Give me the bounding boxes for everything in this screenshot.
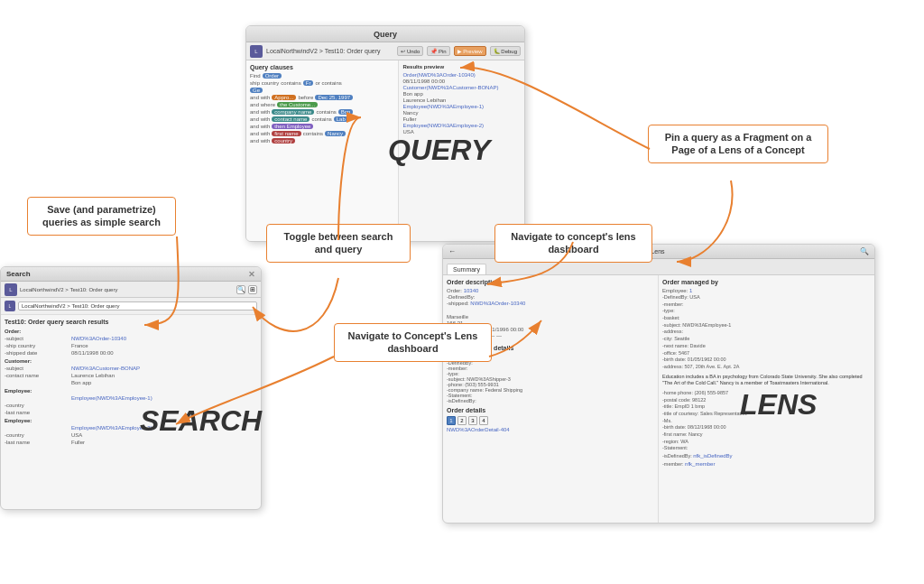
search-titlebar: Search ✕ xyxy=(1,267,261,282)
lens-marseille: Marseille xyxy=(447,314,654,320)
clause-date: and with Appro... before Dec 25, 1997 xyxy=(250,95,394,100)
lens-order-field: Order: 10340 xyxy=(447,288,654,293)
employee2-lastname-row: -last name Fuller xyxy=(5,440,257,445)
tag-firstname: first name xyxy=(272,131,300,136)
arrow-toggle-search xyxy=(253,278,338,331)
lens-defined-field: -DefinedBy: xyxy=(447,294,654,300)
employee1-row: Employee(NWD%3AEmployee-1) xyxy=(5,395,257,401)
result-7: Nancy xyxy=(402,110,521,116)
search-window: Search ✕ L LocalNorthwindV2 > Test10: Or… xyxy=(0,266,262,510)
result-2: 08/11/1998 00:00 xyxy=(402,79,521,84)
result-3: Customer(NWD%3ACustomer-BONAP) xyxy=(402,85,521,90)
annotation-navigate-lens1: Navigate to concept's lens dashboard xyxy=(494,224,652,263)
result-9: Employee(NWD%3AEmployee-2) xyxy=(402,123,521,128)
annotation-save-queries: Save (and parametrize) queries as simple… xyxy=(27,197,176,236)
clause-ship-country: ship country contains Fr or contains xyxy=(250,80,394,86)
clause-find: Find Order xyxy=(250,73,394,79)
lens-nav-controls: ← xyxy=(448,247,456,255)
annotation-navigate-lens2: Navigate to Concept's Lens dashboard xyxy=(334,323,492,362)
customer-company-row: Bon app xyxy=(5,380,257,385)
search-big-label: SEARCH xyxy=(140,404,262,438)
query-clauses-panel: Query clauses Find Order ship country co… xyxy=(246,60,399,241)
tag-bon: Bon xyxy=(338,109,354,115)
order-desc-title: Order description xyxy=(447,279,654,285)
lens-shipper-details: -DefinedBy: -member: -type: -subject: NW… xyxy=(447,360,654,403)
lens-search-icon[interactable]: 🔍 xyxy=(860,247,869,255)
tag-company: company name xyxy=(272,109,314,115)
tag-country: country xyxy=(272,138,295,144)
lens-employee-details: -DefinedBy: USA -member: -type: -basket:… xyxy=(662,294,871,371)
order-shippeddate-row: -shipped date 08/11/1998 00:00 xyxy=(5,350,257,356)
tag-ge: Ge xyxy=(250,88,263,93)
employee1-section: Employee: xyxy=(5,388,257,394)
spacer xyxy=(447,307,654,314)
order-section: Order: xyxy=(5,329,257,334)
result-6: Employee(NWD%3AEmployee-1) xyxy=(402,104,521,109)
tag-employee: then Employee xyxy=(272,124,313,129)
lens-left-panel: Order description Order: 10340 -DefinedB… xyxy=(443,275,659,523)
lens-pagination: 1 2 3 4 xyxy=(447,416,654,425)
app-logo: L xyxy=(250,45,263,58)
search-input-bar: L LocalNorthwindV2 > Test10: Order query xyxy=(1,298,261,315)
lens-bio: Education includes a BA in psychology fr… xyxy=(662,374,871,387)
clause-firstname: and with first name contains Nancy xyxy=(250,131,394,136)
lens-back-icon[interactable]: ← xyxy=(448,247,456,255)
lens-employee-field: Employee: 1 xyxy=(662,288,871,293)
order-subject-row: -subject NWD%3AOrder-10340 xyxy=(5,336,257,341)
tag-contact: contact name xyxy=(272,116,310,122)
search-toolbar: L LocalNorthwindV2 > Test10: Order query… xyxy=(1,282,261,298)
page-btn-3[interactable]: 3 xyxy=(468,416,477,425)
search-breadcrumb: LocalNorthwindV2 > Test10: Order query xyxy=(20,287,234,292)
customer-section: Customer: xyxy=(5,358,257,364)
result-4: Bon app xyxy=(402,91,521,97)
lens-order-detail-link: NWD%3AOrderDetail-404 xyxy=(447,427,654,432)
search-icon[interactable]: 🔍 xyxy=(236,285,245,294)
lens-shipped-field: -shipped: NWD%3AOrder-10340 xyxy=(447,301,654,306)
query-clauses-title: Query clauses xyxy=(250,64,394,70)
result-5: Laurence Lebihan xyxy=(402,97,521,103)
order-shipcountry-row: -ship country France xyxy=(5,343,257,348)
clause-company: and with company name contains Bon xyxy=(250,109,394,115)
debug-button[interactable]: 🐛 Debug xyxy=(490,46,521,56)
lens-big-label: LENS xyxy=(740,388,817,422)
grid-view-icon[interactable]: ⊞ xyxy=(248,285,257,294)
query-titlebar: Query xyxy=(246,26,524,42)
tag-nancy: Nancy xyxy=(325,131,346,136)
page-btn-4[interactable]: 4 xyxy=(479,416,488,425)
customer-contact-row: -contact name Laurence Lebihan xyxy=(5,373,257,378)
clause-employee: and with then Employee xyxy=(250,124,394,129)
query-big-label: QUERY xyxy=(388,134,490,167)
clause-ge: Ge xyxy=(250,88,394,93)
result-8: Fuller xyxy=(402,116,521,122)
tag-lab: Lab xyxy=(334,116,348,122)
order-details-title: Order details xyxy=(447,407,654,413)
lens-window: ← Lens 🔍 Summary Order description Order… xyxy=(442,244,875,524)
pin-button[interactable]: 📌 Pin xyxy=(427,46,449,56)
clause-contact: and with contact name contains Lab xyxy=(250,116,394,122)
search-logo: L xyxy=(5,283,17,296)
results-title: Results preview xyxy=(402,64,521,70)
search-input[interactable]: LocalNorthwindV2 > Test10: Order query xyxy=(18,301,257,311)
query-title: Query xyxy=(374,30,397,39)
search-title-text: Search xyxy=(6,270,31,278)
lens-title: Lens xyxy=(651,248,664,255)
clause-customer: and where the Custome... xyxy=(250,102,394,107)
order-managed-title: Order managed by xyxy=(662,279,871,285)
clause-country: and with country xyxy=(250,138,394,144)
tag-customer: the Custome... xyxy=(277,102,318,107)
page-btn-2[interactable]: 2 xyxy=(457,416,467,425)
undo-button[interactable]: ↩ Undo xyxy=(397,46,423,56)
page-btn-1[interactable]: 1 xyxy=(447,416,456,425)
preview-button[interactable]: ▶ Preview xyxy=(454,46,486,56)
query-toolbar: L LocalNorthwindV2 > Test10: Order query… xyxy=(246,42,524,60)
annotation-toggle: Toggle between search and query xyxy=(266,224,411,263)
query-breadcrumb: LocalNorthwindV2 > Test10: Order query xyxy=(266,48,393,54)
tag-fr: Fr xyxy=(303,80,314,86)
annotation-pin-query: Pin a query as a Fragment on a Page of a… xyxy=(648,125,828,163)
tag-appro: Appro... xyxy=(272,95,296,100)
search-input-logo: L xyxy=(5,301,15,311)
result-1: Order(NWD%3AOrder-10340) xyxy=(402,72,521,78)
lens-tab-summary[interactable]: Summary xyxy=(447,264,486,274)
tag-order: Order xyxy=(263,73,282,79)
search-result-title: Test10: Order query search results xyxy=(5,319,257,325)
